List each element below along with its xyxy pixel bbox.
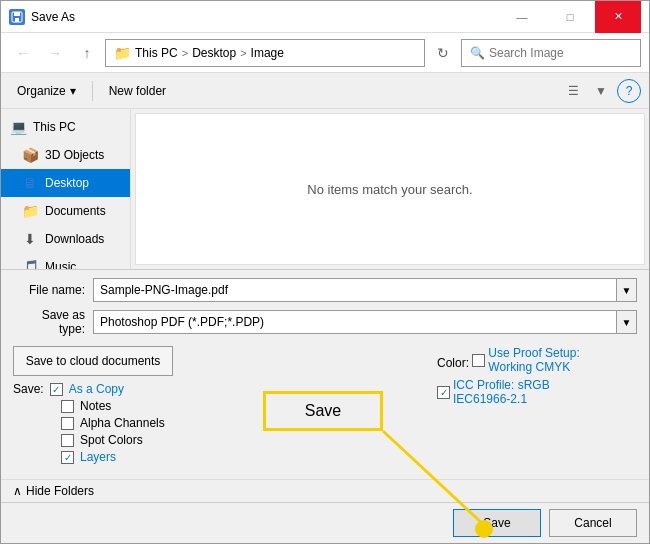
help-button[interactable]: ? bbox=[617, 79, 641, 103]
filename-input[interactable] bbox=[93, 278, 617, 302]
spot-label: Spot Colors bbox=[80, 433, 143, 447]
use-proof-checkbox[interactable] bbox=[472, 354, 485, 367]
address-path[interactable]: 📁 This PC > Desktop > Image bbox=[105, 39, 425, 67]
alpha-label: Alpha Channels bbox=[80, 416, 165, 430]
yellow-dot-annotation bbox=[475, 520, 493, 538]
filename-row: File name: ▼ bbox=[13, 278, 637, 302]
bottom-panel: File name: ▼ Save as type: ▼ Save to clo… bbox=[1, 269, 649, 479]
filetype-row: Save as type: ▼ bbox=[13, 308, 637, 336]
hide-folders-label: Hide Folders bbox=[26, 484, 94, 498]
sidebar-label-this-pc: This PC bbox=[33, 120, 76, 134]
as-copy-checkbox[interactable] bbox=[50, 383, 63, 396]
search-icon: 🔍 bbox=[470, 46, 485, 60]
filetype-input[interactable] bbox=[93, 310, 617, 334]
icc-link[interactable]: ICC Profile: sRGB IEC61966-2.1 bbox=[453, 378, 550, 406]
window-controls: — □ ✕ bbox=[499, 1, 641, 33]
search-input[interactable] bbox=[489, 46, 632, 60]
up-button[interactable]: ↑ bbox=[73, 39, 101, 67]
close-button[interactable]: ✕ bbox=[595, 1, 641, 33]
save-opt-label: Save: bbox=[13, 382, 44, 396]
sidebar-item-3d-objects[interactable]: 📦 3D Objects bbox=[1, 141, 130, 169]
desktop-icon: 🖥 bbox=[21, 175, 39, 191]
main-content: 💻 This PC 📦 3D Objects 🖥 Desktop 📁 Docum… bbox=[1, 109, 649, 269]
hide-folders-button[interactable]: ∧ Hide Folders bbox=[1, 479, 649, 502]
notes-label: Notes bbox=[80, 399, 111, 413]
layers-checkbox[interactable] bbox=[61, 451, 74, 464]
address-bar: ← → ↑ 📁 This PC > Desktop > Image ↻ 🔍 bbox=[1, 33, 649, 73]
minimize-button[interactable]: — bbox=[499, 1, 545, 33]
pc-icon: 💻 bbox=[9, 119, 27, 135]
use-proof-label: Use Proof Setup: bbox=[488, 346, 579, 360]
organize-button[interactable]: Organize ▾ bbox=[9, 78, 84, 104]
sidebar-item-downloads[interactable]: ⬇ Downloads bbox=[1, 225, 130, 253]
footer: Save Cancel bbox=[1, 502, 649, 543]
use-proof-link[interactable]: Use Proof Setup: Working CMYK bbox=[488, 346, 579, 374]
organize-label: Organize bbox=[17, 84, 66, 98]
alpha-checkbox[interactable] bbox=[61, 417, 74, 430]
downloads-icon: ⬇ bbox=[21, 231, 39, 247]
save-right-panel: Color: Use Proof Setup: Working CMYK ICC… bbox=[437, 346, 637, 467]
filename-dropdown[interactable]: ▼ bbox=[617, 278, 637, 302]
path-this-pc: This PC bbox=[135, 46, 178, 60]
svg-rect-1 bbox=[14, 12, 20, 16]
path-image: Image bbox=[251, 46, 284, 60]
layers-row: Layers bbox=[13, 450, 417, 464]
sidebar: 💻 This PC 📦 3D Objects 🖥 Desktop 📁 Docum… bbox=[1, 109, 131, 269]
documents-icon: 📁 bbox=[21, 203, 39, 219]
filetype-label: Save as type: bbox=[13, 308, 93, 336]
spot-row: Spot Colors bbox=[13, 433, 417, 447]
cloud-save-button[interactable]: Save to cloud documents bbox=[13, 346, 173, 376]
cancel-footer-button[interactable]: Cancel bbox=[549, 509, 637, 537]
working-cmyk-label: Working CMYK bbox=[488, 360, 570, 374]
iec-label: IEC61966-2.1 bbox=[453, 392, 527, 406]
organize-arrow: ▾ bbox=[70, 84, 76, 98]
view-dropdown-button[interactable]: ▼ bbox=[589, 79, 613, 103]
file-area: No items match your search. bbox=[135, 113, 645, 265]
new-folder-button[interactable]: New folder bbox=[101, 78, 174, 104]
filename-label: File name: bbox=[13, 283, 93, 297]
dialog-icon bbox=[9, 9, 25, 25]
hide-folders-arrow: ∧ bbox=[13, 484, 22, 498]
path-folder-icon: 📁 bbox=[114, 45, 131, 61]
music-icon: 🎵 bbox=[21, 259, 39, 269]
toolbar-separator bbox=[92, 81, 93, 101]
sidebar-item-this-pc[interactable]: 💻 This PC bbox=[1, 113, 130, 141]
search-box[interactable]: 🔍 bbox=[461, 39, 641, 67]
new-folder-label: New folder bbox=[109, 84, 166, 98]
annotated-save-button[interactable]: Save bbox=[263, 391, 383, 431]
icc-checkbox[interactable] bbox=[437, 386, 450, 399]
title-bar: Save As — □ ✕ bbox=[1, 1, 649, 33]
empty-message: No items match your search. bbox=[307, 182, 472, 197]
sidebar-item-desktop[interactable]: 🖥 Desktop bbox=[1, 169, 130, 197]
path-desktop: Desktop bbox=[192, 46, 236, 60]
toolbar: Organize ▾ New folder ☰ ▼ ? bbox=[1, 73, 649, 109]
3d-objects-icon: 📦 bbox=[21, 147, 39, 163]
sidebar-item-music[interactable]: 🎵 Music bbox=[1, 253, 130, 269]
refresh-button[interactable]: ↻ bbox=[429, 39, 457, 67]
maximize-button[interactable]: □ bbox=[547, 1, 593, 33]
color-label: Color: bbox=[437, 356, 469, 370]
sidebar-label-downloads: Downloads bbox=[45, 232, 104, 246]
svg-rect-2 bbox=[15, 18, 19, 22]
sidebar-label-3d-objects: 3D Objects bbox=[45, 148, 104, 162]
layers-link[interactable]: Layers bbox=[80, 450, 116, 464]
as-copy-link[interactable]: As a Copy bbox=[69, 382, 124, 396]
save-as-dialog: Save As — □ ✕ ← → ↑ 📁 This PC > Desktop … bbox=[0, 0, 650, 544]
icc-label: ICC Profile: sRGB bbox=[453, 378, 550, 392]
filetype-dropdown[interactable]: ▼ bbox=[617, 310, 637, 334]
back-button[interactable]: ← bbox=[9, 39, 37, 67]
view-toggle-button[interactable]: ☰ bbox=[561, 79, 585, 103]
notes-checkbox[interactable] bbox=[61, 400, 74, 413]
sidebar-label-desktop: Desktop bbox=[45, 176, 89, 190]
dialog-title: Save As bbox=[31, 10, 493, 24]
sidebar-label-music: Music bbox=[45, 260, 76, 269]
sidebar-label-documents: Documents bbox=[45, 204, 106, 218]
spot-checkbox[interactable] bbox=[61, 434, 74, 447]
save-footer-button[interactable]: Save bbox=[453, 509, 541, 537]
sidebar-item-documents[interactable]: 📁 Documents bbox=[1, 197, 130, 225]
forward-button[interactable]: → bbox=[41, 39, 69, 67]
